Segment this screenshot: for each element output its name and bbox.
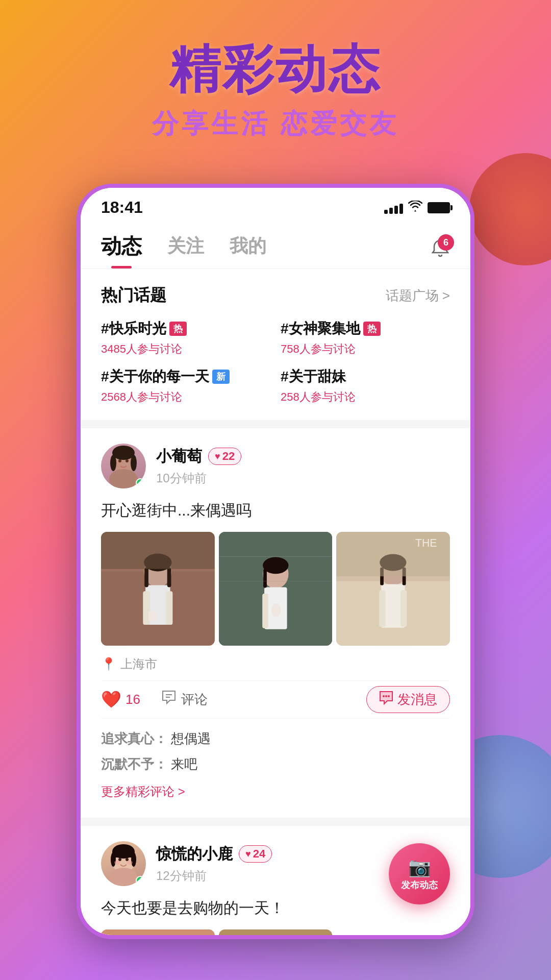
topic-badge-2: 热 [363,322,381,336]
tab-dongtai[interactable]: 动态 [101,232,142,268]
camera-icon: 📷 [408,856,431,878]
svg-rect-54 [101,929,215,939]
hot-topics-section: 热门话题 话题广场 > #快乐时光 热 3485人参与讨论 #女神聚集地 热 [81,269,470,420]
heart-icon: ♥ [215,451,220,462]
like-button[interactable]: ❤️ 16 [101,690,140,709]
post-1-header: 小葡萄 ♥ 22 10分钟前 [101,444,450,488]
topic-badge-1: 热 [169,322,187,336]
hot-topics-header: 热门话题 话题广场 > [101,284,450,307]
svg-rect-22 [262,594,268,628]
post-1-username-row: 小葡萄 ♥ 22 [156,446,450,467]
post-card-1: 小葡萄 ♥ 22 10分钟前 开心逛街中...来偶遇吗 [81,428,470,818]
svg-point-51 [131,852,136,867]
topic-name-3: #关于你的每一天 新 [101,367,270,386]
topics-plaza-link[interactable]: 话题广场 > [386,287,450,305]
tab-guanzhu[interactable]: 关注 [167,234,204,267]
topic-badge-3: 新 [212,370,230,384]
navigation-tabs: 动态 关注 我的 6 [81,222,470,268]
svg-rect-32 [380,590,386,627]
post-2-avatar[interactable] [101,841,146,886]
status-icons [384,200,450,215]
svg-rect-24 [263,569,267,588]
svg-point-43 [388,695,390,697]
svg-text:THE: THE [415,537,437,549]
svg-point-50 [111,852,116,867]
topic-name-1: #快乐时光 热 [101,319,270,338]
wifi-icon [408,200,422,215]
hero-subtitle: 分享生活 恋爱交友 [0,106,551,142]
topic-item-3[interactable]: #关于你的每一天 新 2568人参与讨论 [101,367,270,405]
publish-fab[interactable]: 📷 发布动态 [389,843,450,904]
online-indicator [136,478,145,487]
svg-rect-16 [148,611,157,621]
svg-point-42 [385,695,387,697]
post-1-level-badge: ♥ 22 [208,448,241,465]
post-1-image-1[interactable] [101,532,215,646]
topic-count-4: 258人参与讨论 [281,389,450,405]
svg-point-5 [110,455,116,471]
svg-rect-17 [101,532,215,569]
svg-point-2 [118,459,121,462]
topic-count-3: 2568人参与讨论 [101,389,270,405]
post-2-level-badge: ♥ 24 [239,845,272,863]
svg-rect-14 [144,568,148,587]
location-icon: 📍 [101,657,116,671]
status-time: 18:41 [101,198,143,217]
send-message-button[interactable]: 发消息 [366,686,450,713]
phone-frame: 18:41 动态 关注 [77,184,474,939]
topic-name-4: #关于甜妹 [281,367,450,386]
topic-count-2: 758人参与讨论 [281,341,450,357]
post-1-user-info: 小葡萄 ♥ 22 10分钟前 [156,446,450,486]
svg-rect-59 [219,929,333,939]
topic-item-4[interactable]: #关于甜妹 258人参与讨论 [281,367,450,405]
post-2-content: 今天也要是去购物的一天！ [101,896,450,919]
topic-item-2[interactable]: #女神聚集地 热 758人参与讨论 [281,319,450,357]
topic-count-1: 3485人参与讨论 [101,341,270,357]
battery-icon [428,202,450,213]
svg-point-53 [127,861,133,865]
post-1-image-2[interactable] [219,532,333,646]
post-1-content: 开心逛街中...来偶遇吗 [101,499,450,522]
notification-bell[interactable]: 6 [431,238,450,262]
heart-icon: ❤️ [101,690,121,709]
svg-rect-33 [400,590,407,627]
comment-button[interactable]: 评论 [161,689,208,709]
svg-rect-12 [166,591,173,625]
post-1-avatar[interactable] [101,444,146,488]
svg-point-3 [126,459,129,462]
tab-wode[interactable]: 我的 [230,234,266,267]
post-1-image-3[interactable]: THE [336,532,450,646]
comment-icon [161,689,177,709]
svg-point-52 [114,861,120,865]
comment-2: 沉默不予： 来吧 [101,752,450,776]
post-1-comments: 追求真心： 想偶遇 沉默不予： 来吧 更多精彩评论 > [101,727,450,803]
topics-grid: #快乐时光 热 3485人参与讨论 #女神聚集地 热 758人参与讨论 [101,319,450,405]
svg-point-1 [109,469,138,488]
svg-point-25 [271,603,281,617]
status-bar: 18:41 [81,188,470,222]
comment-1: 追求真心： 想偶遇 [101,727,450,751]
hero-title: 精彩动态 [0,41,551,97]
post-1-actions: ❤️ 16 评论 [101,680,450,719]
chat-icon [379,691,393,708]
fab-label: 发布动态 [401,879,438,891]
heart-icon-2: ♥ [245,849,251,860]
post-2-username: 惊慌的小鹿 [156,844,233,865]
more-comments-link[interactable]: 更多精彩评论 > [101,780,450,802]
svg-point-47 [126,858,129,861]
topic-item-1[interactable]: #快乐时光 热 3485人参与讨论 [101,319,270,357]
post-2-image-2[interactable] [219,929,333,939]
feed-content[interactable]: 热门话题 话题广场 > #快乐时光 热 3485人参与讨论 #女神聚集地 热 [81,269,470,939]
svg-point-46 [118,858,121,861]
post-1-images: THE [101,532,450,646]
svg-rect-49 [112,851,135,857]
svg-point-45 [109,868,138,886]
post-1-location: 📍 上海市 [101,656,450,672]
post-2-image-1[interactable] [101,929,215,939]
hero-section: 精彩动态 分享生活 恋爱交友 [0,0,551,173]
post-2-images [101,929,450,939]
topic-name-2: #女神聚集地 热 [281,319,450,338]
svg-point-41 [383,695,385,697]
post-1-username: 小葡萄 [156,446,202,467]
svg-point-6 [131,455,137,471]
